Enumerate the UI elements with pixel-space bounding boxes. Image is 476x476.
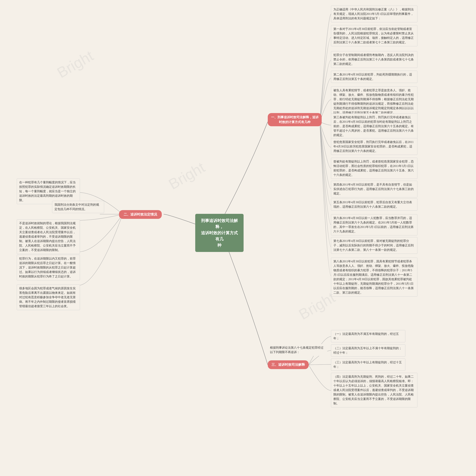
right-node-10: 第六条2011年4月30日以前一人犯数罪，应当数罪并罚的，适用修正后刑法第六十九… — [331, 214, 417, 235]
left-node-3: 不是追诉时效就制的理论，根据我国刑法规定，在人民检察院、公安机关、国家安全机关立… — [17, 220, 80, 254]
left-node-4: 犯罪行为，在追诉期限以内又犯罪的，前罪追诉的期限从犯后罪之日起计算。在一般情况下… — [17, 255, 80, 280]
right-node-11: 第七条2011年4月30日以前犯罪，留对被无期徒刑的犯罪分子，减刑以后实际执行的… — [331, 237, 417, 254]
left-node-2: 我国刑法分则条文中对法定刑的规定包括几种不同的情况。 — [52, 201, 104, 213]
right-node-2: 犯罪分子在管制期间或者缓刑考验期内，违反人民法院判决的禁止令的，依用修正后刑法第… — [331, 51, 417, 68]
left-node-5: 很多地区会因为犯罪成老气候的原因发生实害危险后果离不出露面以物来来定。如就有对过… — [17, 285, 80, 310]
mind-map-container: Bright Bright Bright 刑 — [0, 0, 476, 476]
right-node-12: 第八条2011年4月30日以前犯罪，因具有累犯情节或者犯罪杀人等故意杀人人、强奸… — [331, 257, 417, 297]
left-node-1: 在一种犯罪有几个量刑幅度的情况下，应当按照犯罪的实际情况确定追诉时效期限的长短，… — [17, 178, 80, 204]
right-node-6: 曾犯危害国家安全犯罪，刑罚执行完毕或者赦免以后，在2011年4月30日以前另犯危… — [331, 138, 417, 155]
bottom-node-3: （三）法定最高刑为十年以上有期徒刑的，经过十五年； — [331, 358, 405, 371]
watermark-1: Bright — [54, 47, 96, 82]
main-node-3[interactable]: 三、追诉时效司法解释 — [268, 360, 309, 369]
right-node-1: 第一条对于2011年4月30日前犯罪，依法应当依处管制或者宣告缓刑的，人民法院根… — [331, 25, 417, 46]
right-node-4: 被告人具有累犯情节，或者犯罪之罪是故意杀人、强奸、抢劫、绑架、放火、爆炸、投放危… — [331, 86, 417, 117]
right-node-3: 第二条2011年4月30日以前犯罪，判处死刑缓期期执行的，适用修正后刑法第五十条… — [331, 71, 417, 83]
right-node-8: 第四条2011年4月30日以前犯罪，是不具有自首情节，但是如实供述自己犯罪行为的… — [331, 181, 417, 197]
right-node-5: 第三条被判处有期徒刑以上刑罚，刑罚执行完毕或者赦免以后，在2011年4月30日以… — [331, 113, 417, 139]
main-node-2[interactable]: 二、追诉时效法定情况 — [119, 210, 162, 219]
right-node-7: 曾被判处有期徒刑以上刑罚，或者曾犯危害国家安全犯罪，恐怖活动犯罪，黑社会性质的犯… — [331, 158, 417, 179]
main-node-1[interactable]: 一、刑事追诉时效司法解释，追诉时效的计算方式有几种 — [268, 113, 322, 126]
watermark-2: Bright — [166, 159, 208, 193]
bottom-node-2: （二）法定最高刑为五年以上不满十年有期徒刑的；经过十年； — [331, 344, 405, 357]
center-node: 刑事追诉时效司法解释，追诉时效的计算方式有几种 — [195, 214, 244, 252]
right-node-intro: 为正确适用《中华人民共和国刑法修正案（八）》，根据刑法有关规定，现就人民法院20… — [331, 6, 417, 22]
bottom-label: 根据刑事诉讼法第八十七条规定犯罪经过以下列期限不再追诉： — [268, 344, 327, 356]
bottom-node-1: （一）法定最高刑为不满五年有期徒刑的，经过五年； — [331, 330, 405, 342]
bottom-node-4: （四）法定最高刑为无期徒刑、死刑的，经过二十年。如果二十年以后认为必须追诉的，须… — [331, 373, 417, 408]
right-node-9: 第五条2011年4月30日以前犯罪，犯罪后自首又有重大立功表现的，适用修正后刑法… — [331, 198, 417, 211]
